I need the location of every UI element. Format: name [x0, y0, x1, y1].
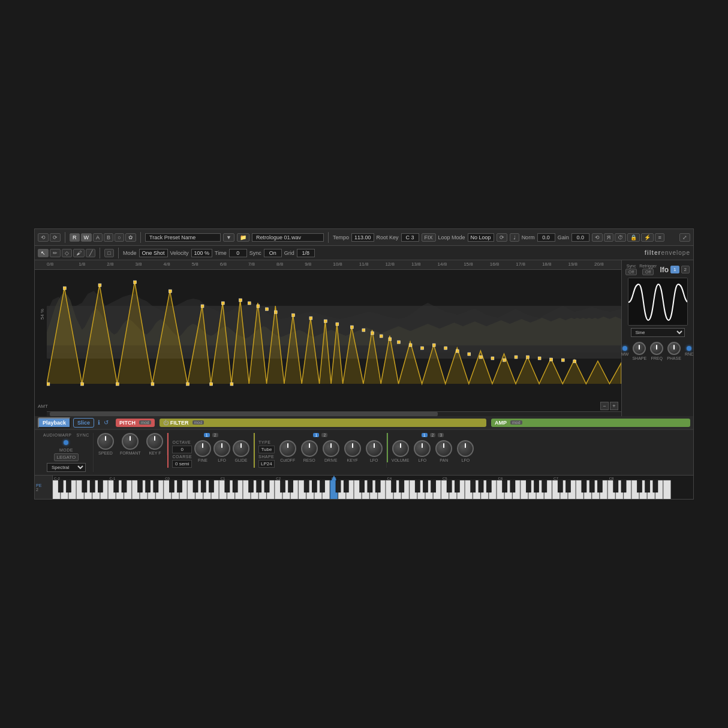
info-btn[interactable]: □ [104, 249, 114, 257]
sync-value-sec[interactable]: On [264, 249, 282, 257]
root-key-value[interactable]: C 3 [401, 233, 419, 242]
fix-button[interactable]: FIX [422, 233, 436, 242]
reverse-btn[interactable]: Я [604, 233, 614, 242]
slice-tab[interactable]: Slice [73, 418, 94, 428]
file-name-display: Retrologue 01.wav [252, 233, 324, 242]
pe-num: 2 [36, 488, 51, 492]
playback-tab[interactable]: Playback [38, 417, 71, 428]
time-value[interactable]: 0 [229, 249, 247, 257]
svg-rect-4 [169, 290, 172, 293]
controls-full-row: AUDIOWARP SYNC MODE LEGATO Spectral Élas… [35, 429, 693, 475]
svg-rect-43 [230, 383, 233, 386]
cutoff-knob[interactable] [279, 440, 296, 457]
lines-btn[interactable]: ≡ [655, 233, 664, 242]
svg-rect-140 [233, 480, 237, 492]
svg-rect-35 [561, 359, 564, 362]
loop-btn[interactable]: ⟳ [497, 233, 507, 242]
ruler-tick-20: 20/8 [594, 261, 604, 270]
lfo-num1-btn[interactable]: 1 [670, 266, 679, 273]
svg-rect-149 [336, 480, 341, 492]
amt-label: AMT [38, 404, 48, 409]
gain-value[interactable]: 0.0 [571, 233, 589, 242]
transport-controls: R W A B ○ ✿ [70, 233, 136, 242]
circle-button[interactable]: ○ [115, 233, 124, 242]
lfo-phase-knob[interactable] [667, 342, 681, 355]
keyf-knob[interactable] [146, 433, 163, 450]
loop-mode-value[interactable]: No Loop [468, 233, 494, 242]
lfo-title: lfo [660, 266, 669, 274]
sync-off-btn[interactable]: Off [625, 269, 637, 275]
norm-value[interactable]: 0.0 [537, 233, 555, 242]
octave-value[interactable]: 0 [172, 446, 192, 453]
lfo-shape-select[interactable]: Sine Triangle Sawtooth Square S&H [631, 328, 685, 337]
filter-power-icon[interactable]: ⏻ [163, 420, 169, 426]
amp-lfo-knob[interactable] [414, 440, 431, 457]
svg-rect-164 [503, 480, 507, 492]
drive-knob[interactable] [323, 440, 339, 457]
b-button[interactable]: B [104, 233, 113, 242]
formant-knob[interactable] [122, 433, 139, 450]
line-tool-btn[interactable]: ╱ [86, 249, 95, 257]
filter-shape-value[interactable]: LP24 [258, 460, 275, 468]
write-button[interactable]: W [81, 233, 92, 242]
svg-rect-40 [151, 383, 154, 386]
svg-rect-23 [421, 347, 424, 350]
pencil-tool-btn[interactable]: ✏ [50, 249, 61, 257]
metronome-btn[interactable]: ♩ [510, 233, 519, 242]
piano-keys-area[interactable]: // Will be rendered as SVG directly [53, 476, 693, 499]
freq-knob-group: FREQ [650, 342, 663, 360]
legato-btn[interactable]: LEGATO [54, 453, 79, 461]
slice-reset-btn[interactable]: ↺ [104, 419, 109, 426]
tempo-value[interactable]: 113.00 [351, 233, 374, 242]
slice-info-icon[interactable]: ℹ [98, 419, 100, 426]
waveform-scrollbar[interactable] [47, 411, 693, 416]
expand-button[interactable]: ⤢ [679, 233, 690, 242]
folder-button[interactable]: 📁 [237, 233, 249, 242]
amp-lfo2-knob[interactable] [457, 440, 474, 457]
pitch-lfo-knob[interactable] [213, 440, 230, 457]
glide-knob[interactable] [233, 440, 249, 457]
filter-keyf-knob[interactable] [344, 440, 361, 457]
lfo-num2-btn[interactable]: 2 [681, 266, 690, 273]
svg-rect-14 [324, 320, 327, 323]
svg-text:C8: C8 [609, 477, 614, 480]
pan-knob[interactable] [435, 440, 452, 457]
back-btn[interactable]: ⟲ [592, 233, 603, 242]
root-key-label: Root Key [377, 234, 399, 240]
redo-button[interactable]: ⟳ [50, 233, 61, 242]
zoom-plus-btn[interactable]: + [610, 402, 618, 410]
a-button[interactable]: A [93, 233, 103, 242]
amp-mod-badge: mod [510, 420, 522, 425]
preset-name-input[interactable] [145, 233, 221, 242]
undo-button[interactable]: ⟲ [38, 233, 49, 242]
mode-value[interactable]: One Shot [139, 249, 168, 257]
filter-lfo-knob[interactable] [366, 440, 383, 457]
record-button[interactable]: R [70, 233, 80, 242]
select-tool-btn[interactable]: ↖ [38, 249, 49, 257]
svg-rect-21 [398, 341, 401, 344]
lightning-btn[interactable]: ⚡ [641, 233, 654, 242]
filter-type-value[interactable]: Tube [258, 446, 275, 453]
zoom-minus-btn[interactable]: − [600, 402, 609, 410]
grid-value[interactable]: 1/8 [297, 249, 315, 257]
volume-knob[interactable] [392, 440, 409, 457]
svg-rect-135 [177, 480, 182, 492]
flower-button[interactable]: ✿ [125, 233, 136, 242]
lock-btn[interactable]: 🔒 [627, 233, 640, 242]
paint-tool-btn[interactable]: 🖌 [73, 249, 85, 257]
preset-arrow-button[interactable]: ▼ [223, 233, 234, 242]
mode-select[interactable]: Spectral Élastique Standard [47, 463, 86, 472]
lfo-shape-knob[interactable] [633, 342, 646, 355]
eraser-tool-btn[interactable]: ◇ [62, 249, 72, 257]
fine-knob[interactable] [194, 440, 211, 457]
retrigger-off-btn[interactable]: Off [642, 269, 654, 275]
reso-knob[interactable] [301, 440, 318, 457]
svg-rect-136 [193, 480, 198, 492]
clock-btn[interactable]: ⏱ [615, 233, 626, 242]
lfo-freq-knob[interactable] [650, 342, 663, 355]
speed-knob[interactable] [97, 433, 114, 450]
coarse-value[interactable]: 0 semi [172, 460, 192, 468]
velocity-value[interactable]: 100 % [191, 249, 213, 257]
pitch-num-row: 1 2 [204, 433, 218, 437]
waveform-svg-container[interactable] [47, 270, 621, 416]
